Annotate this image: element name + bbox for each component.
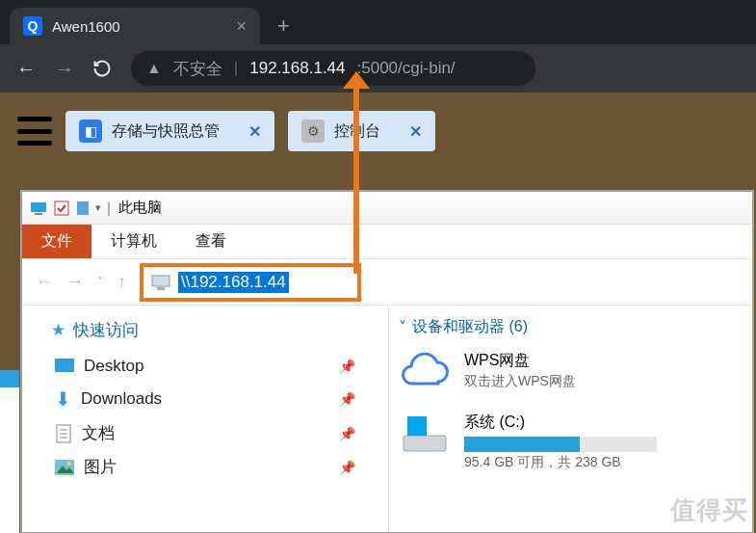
disk-icon [399,413,451,455]
explorer-up-button[interactable]: ↑ [117,272,126,292]
favicon-icon: Q [23,16,42,36]
computer-icon [30,200,47,217]
nas-tab-label: 存储与快照总管 [112,121,220,142]
sidebar-item-desktop[interactable]: Desktop 📌 [51,351,388,382]
svg-rect-15 [407,416,427,436]
sidebar-quick-access[interactable]: ★ 快速访问 [51,319,388,341]
pin-icon: 📌 [339,426,355,441]
download-icon: ⬇ [55,387,71,411]
ribbon-tab-file[interactable]: 文件 [22,225,91,258]
explorer-nav-row: ← → ˅ ↑ \\192.168.1.44 [22,259,752,306]
storage-icon: ◧ [79,120,102,143]
security-label: 不安全 [173,58,222,80]
sidebar-header-label: 快速访问 [73,319,139,341]
svg-rect-5 [157,287,165,290]
ribbon-tab-computer[interactable]: 计算机 [91,225,176,258]
section-devices-drives[interactable]: ˅ 设备和驱动器 (6) [399,317,752,337]
watermark: 值得买 [670,493,748,527]
url-path: :5000/cgi-bin/ [357,59,456,78]
tab-close-button[interactable]: × [236,16,247,37]
browser-chrome: Q Awen1600 × + ← → ▲ 不安全 | 192.168.1.44:… [0,0,756,93]
document-icon [55,424,72,443]
explorer-forward-button[interactable]: → [66,272,84,292]
history-dropdown[interactable]: ˅ [97,275,104,290]
picture-icon [55,460,74,475]
drive-title: WPS网盘 [464,351,576,371]
annotation-arrow-stem [353,81,359,274]
capacity-bar [464,437,657,452]
svg-rect-14 [404,436,446,451]
address-bar[interactable]: ▲ 不安全 | 192.168.1.44:5000/cgi-bin/ [131,51,535,86]
explorer-back-button[interactable]: ← [36,272,53,292]
reload-button[interactable] [92,59,114,78]
computer-icon [151,274,172,291]
drive-title: 系统 (C:) [464,413,657,433]
pin-icon: 📌 [339,391,355,407]
dropdown-icon[interactable]: ▾ [95,201,101,214]
drive-capacity-text: 95.4 GB 可用，共 238 GB [464,454,657,471]
sidebar-item-documents[interactable]: 文档 📌 [51,416,388,450]
svg-rect-0 [31,202,46,212]
explorer-body: ★ 快速访问 Desktop 📌 ⬇ Downloads 📌 文档 📌 图片 [22,306,752,532]
nas-taskbar: ◧ 存储与快照总管 ✕ ⚙ 控制台 ✕ [17,104,756,158]
forward-button[interactable]: → [54,58,75,80]
drive-subtitle: 双击进入WPS网盘 [464,373,576,390]
folder-icon[interactable] [76,200,90,217]
not-secure-icon: ▲ [146,60,162,77]
browser-nav-row: ← → ▲ 不安全 | 192.168.1.44:5000/cgi-bin/ [0,44,756,93]
back-button[interactable]: ← [15,58,37,80]
sidebar-item-label: Downloads [81,389,162,409]
sidebar-item-label: Desktop [84,357,143,376]
menu-button[interactable] [17,117,52,146]
new-tab-button[interactable]: + [260,8,307,44]
svg-rect-1 [35,213,42,215]
ribbon-tab-view[interactable]: 查看 [176,225,246,258]
console-icon: ⚙ [301,120,325,143]
properties-icon[interactable] [53,200,70,217]
sidebar-item-label: 图片 [84,456,117,478]
desktop-icon [55,359,74,374]
address-value: \\192.168.1.44 [178,272,289,293]
tab-strip: Q Awen1600 × + [0,0,756,44]
drive-wps[interactable]: WPS网盘 双击进入WPS网盘 [399,351,752,393]
decorative-strip [0,370,19,533]
nas-tab-console[interactable]: ⚙ 控制台 ✕ [288,111,435,151]
nas-tab-close[interactable]: ✕ [409,122,422,141]
svg-point-13 [67,462,71,466]
svg-rect-6 [55,359,74,372]
ribbon: 文件 计算机 查看 [22,225,752,259]
explorer-sidebar: ★ 快速访问 Desktop 📌 ⬇ Downloads 📌 文档 📌 图片 [22,306,388,532]
file-explorer-window: ▾ | 此电脑 文件 计算机 查看 ← → ˅ ↑ \\192.168.1.44… [21,191,753,533]
section-header-label: 设备和驱动器 (6) [412,317,528,337]
nas-tab-close[interactable]: ✕ [248,122,261,141]
tab-title: Awen1600 [52,18,120,35]
explorer-address-bar[interactable]: \\192.168.1.44 [140,263,361,302]
pin-icon: 📌 [339,359,355,374]
browser-tab-active[interactable]: Q Awen1600 × [10,8,260,44]
sidebar-item-pictures[interactable]: 图片 📌 [51,450,388,484]
svg-rect-4 [152,276,169,286]
svg-rect-3 [77,201,89,215]
cloud-icon [399,351,451,393]
separator: | [234,59,238,78]
window-title: 此电脑 [118,199,162,217]
sidebar-item-downloads[interactable]: ⬇ Downloads 📌 [51,382,388,416]
chevron-down-icon: ˅ [399,318,406,336]
nas-tab-storage[interactable]: ◧ 存储与快照总管 ✕ [65,111,274,151]
pin-icon: 📌 [339,460,355,475]
drive-system-c[interactable]: 系统 (C:) 95.4 GB 可用，共 238 GB [399,413,752,471]
sidebar-item-label: 文档 [82,422,115,444]
url-host: 192.168.1.44 [249,59,345,78]
svg-rect-2 [55,201,68,215]
quick-access-toolbar: ▾ | [30,200,111,217]
explorer-titlebar: ▾ | 此电脑 [22,192,752,225]
star-icon: ★ [51,320,65,340]
